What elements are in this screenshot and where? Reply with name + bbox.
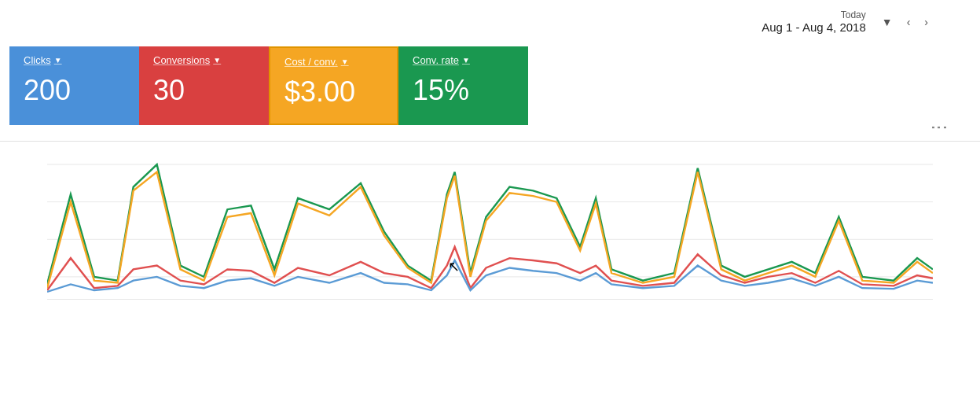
yellow-line (47, 172, 933, 289)
date-dropdown-button[interactable]: ▼ (877, 13, 897, 31)
metric-label-clicks: Clicks ▼ (24, 54, 125, 66)
metric-value-conv-rate: 15% (413, 74, 514, 107)
metric-card-cost-conv[interactable]: Cost / conv. ▼ $3.00 (269, 46, 398, 125)
conv-rate-dropdown-icon: ▼ (462, 56, 470, 65)
metric-value-cost-conv: $3.00 (284, 76, 383, 109)
header: Today Aug 1 - Aug 4, 2018 ▼ ‹ › (0, 0, 980, 40)
next-date-button[interactable]: › (919, 13, 933, 31)
date-range: Aug 1 - Aug 4, 2018 (762, 20, 866, 34)
clicks-dropdown-icon: ▼ (54, 56, 62, 65)
metrics-row: Clicks ▼ 200 Conversions ▼ 30 Cost / con… (9, 46, 980, 125)
date-section: Today Aug 1 - Aug 4, 2018 (762, 9, 866, 34)
metric-label-conv-rate: Conv. rate ▼ (413, 54, 514, 66)
today-label: Today (841, 9, 866, 20)
metric-card-conv-rate[interactable]: Conv. rate ▼ 15% (398, 46, 528, 125)
metric-card-clicks[interactable]: Clicks ▼ 200 (9, 46, 139, 125)
metric-value-clicks: 200 (24, 74, 125, 107)
date-controls: ▼ ‹ › (877, 13, 933, 31)
metric-card-conversions[interactable]: Conversions ▼ 30 (139, 46, 269, 125)
three-dot-menu[interactable]: ⋮ (929, 119, 949, 138)
line-chart (47, 149, 933, 307)
metric-value-conversions: 30 (153, 74, 255, 107)
metric-label-cost-conv: Cost / conv. ▼ (284, 56, 383, 68)
metric-label-conversions: Conversions ▼ (153, 54, 255, 66)
prev-date-button[interactable]: ‹ (902, 13, 916, 31)
conversions-dropdown-icon: ▼ (213, 56, 221, 65)
chart-area: ↖ (0, 142, 980, 323)
cost-conv-dropdown-icon: ▼ (341, 57, 349, 66)
